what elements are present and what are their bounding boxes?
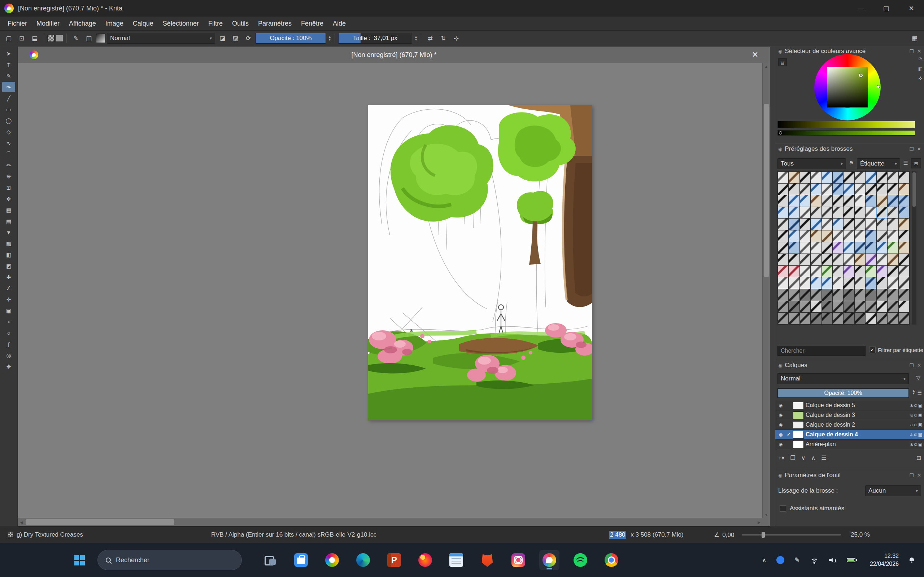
layer-visibility-icon[interactable]: ◉ [777, 432, 784, 437]
brush-preset[interactable] [800, 301, 810, 313]
brush-preset[interactable] [843, 313, 854, 324]
brush-preset[interactable] [833, 219, 843, 230]
brush-preset[interactable] [843, 184, 854, 195]
brush-preset[interactable] [789, 184, 799, 195]
float-docker-icon[interactable]: ❐ [909, 363, 914, 368]
brush-preset[interactable] [855, 301, 865, 313]
taskbar-app-powerpoint[interactable] [384, 550, 404, 570]
color-square-marker[interactable] [859, 74, 863, 77]
brush-preset[interactable] [855, 172, 865, 183]
brush-preset[interactable] [866, 313, 876, 324]
layer-properties-button[interactable]: ☰ [821, 455, 826, 461]
brush-preset[interactable] [833, 277, 843, 289]
tray-app-icon[interactable] [776, 556, 784, 564]
brush-preset[interactable] [855, 254, 865, 266]
brush-preset[interactable] [778, 289, 788, 301]
vertical-scrollbar-handle[interactable] [764, 104, 769, 277]
pattern-edit-tool[interactable]: ▩ [2, 239, 15, 249]
select-shapes-tool[interactable]: ➤ [2, 48, 15, 59]
measure-tool[interactable]: ∠ [2, 283, 15, 293]
brush-preset[interactable] [899, 195, 909, 206]
brush-preset[interactable] [866, 172, 876, 183]
layer-badge-icon[interactable]: a [910, 403, 913, 408]
brush-preset[interactable] [789, 254, 799, 266]
brush-preset[interactable] [877, 313, 887, 324]
brush-grid-scrollbar-handle[interactable] [913, 172, 916, 206]
color-sampler-tool[interactable]: ▼ [2, 227, 15, 238]
volume-icon[interactable] [829, 557, 837, 563]
brush-preset[interactable] [877, 254, 887, 266]
brush-preset[interactable] [899, 242, 909, 254]
brush-preset[interactable] [789, 172, 799, 183]
save-document-button[interactable]: ⬓ [29, 32, 40, 44]
taskbar-app-task-view[interactable] [260, 550, 280, 570]
color-pick-icon[interactable]: ✜ [918, 76, 922, 81]
zoom-slider[interactable] [742, 534, 841, 535]
scroll-right-arrow[interactable]: ▶ [756, 518, 762, 526]
transform-tool[interactable]: ⊞ [2, 182, 15, 193]
brush-preset[interactable] [789, 242, 799, 254]
brush-preset[interactable] [822, 266, 832, 277]
filter-by-tag-checkbox[interactable]: ✓ [869, 347, 876, 353]
taskbar-clock[interactable]: 12:32 22/04/2026 [870, 552, 899, 568]
brush-preset[interactable] [778, 184, 788, 195]
brush-preset[interactable] [877, 207, 887, 219]
layer-badge-icon[interactable]: ▣ [918, 432, 922, 437]
trim-canvas-button[interactable]: ⊹ [451, 32, 462, 44]
pattern-swatch[interactable] [47, 35, 55, 42]
zoom-slider-handle[interactable] [762, 532, 765, 538]
brush-preset[interactable] [833, 184, 843, 195]
brush-editor-button[interactable]: ✎ [70, 32, 82, 44]
smart-patch-tool[interactable]: ✚ [2, 272, 15, 282]
brush-preset[interactable] [811, 184, 821, 195]
gradient-bar-marker[interactable] [779, 131, 782, 134]
brush-preset[interactable] [888, 219, 898, 230]
brush-preset[interactable] [866, 195, 876, 206]
brush-preset[interactable] [843, 219, 854, 230]
pan-tool[interactable]: ✥ [2, 361, 15, 372]
brush-preset[interactable] [855, 207, 865, 219]
brush-preset[interactable] [843, 266, 854, 277]
brush-preset[interactable] [843, 172, 854, 183]
brush-preset[interactable] [778, 172, 788, 183]
wifi-icon[interactable] [810, 557, 819, 563]
notification-bell-icon[interactable] [909, 557, 914, 563]
brush-preset[interactable] [899, 184, 909, 195]
menu-parametres[interactable]: Paramètres [254, 16, 296, 30]
taskbar-app-store[interactable] [291, 550, 311, 570]
layer-badge-icon[interactable]: a [910, 422, 913, 427]
brush-preset[interactable] [866, 230, 876, 242]
layer-row[interactable]: ◉Arrière-planaα▣ [775, 440, 924, 449]
menu-selectionner[interactable]: Sélectionner [158, 16, 204, 30]
layer-row[interactable]: ◉Calque de dessin 5aα▣ [775, 401, 924, 410]
layer-options-icon[interactable]: ☰ [917, 390, 922, 396]
brush-preset[interactable] [899, 230, 909, 242]
polygon-tool[interactable]: ◇ [2, 127, 15, 137]
opacity-slider-field[interactable]: Opacité : 100% [255, 33, 326, 44]
rect-select-tool[interactable]: ▫ [2, 317, 15, 327]
brush-preset[interactable] [866, 219, 876, 230]
brush-preset[interactable] [822, 254, 832, 266]
float-docker-icon[interactable]: ❐ [909, 473, 914, 478]
brush-preset[interactable] [866, 207, 876, 219]
zoom-tool[interactable]: ◎ [2, 350, 15, 361]
brush-preset[interactable] [888, 266, 898, 277]
brush-preset[interactable] [778, 254, 788, 266]
ellipse-select-tool[interactable]: ○ [2, 328, 15, 338]
brush-preset[interactable] [800, 313, 810, 324]
brush-preset[interactable] [843, 195, 854, 206]
brush-preset[interactable] [833, 172, 843, 183]
brush-preset[interactable] [811, 242, 821, 254]
layer-badge-icon[interactable]: ▣ [918, 422, 922, 427]
brush-preset[interactable] [855, 230, 865, 242]
brush-preset[interactable] [888, 172, 898, 183]
close-button[interactable]: ✕ [899, 0, 924, 16]
eraser-mode-button[interactable]: ◪ [216, 32, 228, 44]
brush-preset[interactable] [899, 301, 909, 313]
brush-preset[interactable] [855, 277, 865, 289]
brush-preset[interactable] [811, 230, 821, 242]
brush-preset[interactable] [877, 195, 887, 206]
color-history-button[interactable]: ▤ [778, 58, 787, 66]
layer-visibility-icon[interactable]: ◉ [777, 413, 784, 417]
brush-preset[interactable] [855, 313, 865, 324]
